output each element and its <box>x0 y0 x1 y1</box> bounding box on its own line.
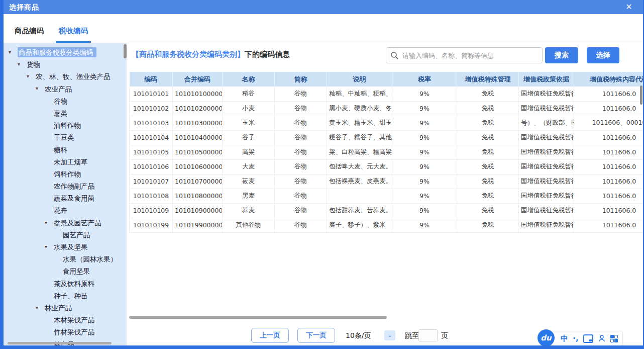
cell: 黑麦 <box>223 189 275 203</box>
selected-category-label: 【商品和服务税收分类编码类别】 <box>132 50 245 59</box>
cell: 9% <box>392 159 457 174</box>
cell: 9% <box>392 218 457 232</box>
cell: 101010101 <box>130 86 173 101</box>
table-row[interactable]: 1010101021010102000000000000小麦谷物黑小麦、硬质小麦… <box>130 101 643 116</box>
code-table-wrap: 编码合并编码名称简称说明税率增值税特殊管理增值税政策依据增值税特殊内容代码 10… <box>129 72 643 263</box>
cell: 9% <box>392 145 457 159</box>
tree-item[interactable]: ▾农业产品 <box>4 82 127 95</box>
table-vertical-scrollbar[interactable] <box>640 85 642 105</box>
collapse-arrow-icon[interactable]: ▾ <box>36 82 45 95</box>
tree-item[interactable]: 未加工烟草 <box>4 155 127 167</box>
tree-item[interactable]: 薯类 <box>4 107 127 119</box>
tree-item-label: 货物 <box>27 60 40 68</box>
cell: 9% <box>392 130 457 145</box>
cell: 101010108 <box>130 189 173 203</box>
tree-item[interactable]: 饲料作物 <box>4 167 127 180</box>
tree-item[interactable]: ▾货物 <box>4 58 127 70</box>
tree-item[interactable]: 农作物副产品 <box>4 180 127 192</box>
page-size-dropdown[interactable]: ⌄ <box>384 330 395 340</box>
collapse-arrow-icon[interactable]: ▾ <box>45 217 54 229</box>
tree-item-label: 园艺产品 <box>63 231 90 239</box>
table-row[interactable]: 1010101081010108000000000000黑麦谷物9%免税国增值税… <box>130 189 643 203</box>
tree-item[interactable]: 种子、种苗 <box>4 289 127 301</box>
tree-item[interactable]: 油料作物 <box>4 119 127 131</box>
keyboard-icon[interactable] <box>583 334 593 343</box>
tab-tax-code[interactable]: 税收编码 <box>56 23 91 43</box>
cell: 1011606.0 <box>574 130 643 145</box>
table-row[interactable]: 1010101991010199000000000000其他谷物谷物糜子、穇子）… <box>130 218 643 232</box>
cell: 1010199000000000000 <box>173 218 223 232</box>
table-horizontal-scrollbar[interactable] <box>129 316 387 319</box>
collapse-arrow-icon[interactable]: ▾ <box>27 70 36 82</box>
column-header: 税率 <box>392 72 457 86</box>
tree-item[interactable]: 木材采伐产品 <box>4 313 127 325</box>
tree-item[interactable]: ▾农、林、牧、渔业类产品 <box>4 70 127 82</box>
table-row[interactable]: 1010101031010103000000000000玉米谷物黄玉米、糯玉米、… <box>130 116 643 130</box>
cell: 1011606.0 <box>574 189 643 203</box>
prev-page-button[interactable]: 上一页 <box>251 328 289 343</box>
tree-item[interactable]: 竹材采伐产品 <box>4 325 127 337</box>
select-button[interactable]: 选择 <box>587 47 619 63</box>
column-header: 简称 <box>275 72 327 86</box>
tree-item[interactable]: 花卉 <box>4 204 127 216</box>
cell: 9% <box>392 86 457 101</box>
cell: 1010106000000000000 <box>173 159 223 174</box>
tree-item[interactable]: 园艺产品 <box>4 228 127 240</box>
jump-page-input[interactable] <box>418 329 438 341</box>
tree-item[interactable]: 茶及饮料原料 <box>4 277 127 289</box>
tab-commodity-code[interactable]: 商品编码 <box>12 23 47 43</box>
collapse-arrow-icon[interactable]: ▾ <box>45 241 54 253</box>
cell: 101010105 <box>130 145 173 159</box>
cell: 大麦 <box>223 159 275 174</box>
table-row[interactable]: 1010101091010109000000000000荞麦谷物包括甜荞麦、苦荞… <box>130 203 643 218</box>
cell: 糜子、穇子）、紫米 <box>327 218 392 232</box>
next-page-button[interactable]: 下一页 <box>297 328 335 343</box>
column-header: 增值税政策依据 <box>519 72 574 86</box>
cell: 国增值税征免税暂行 <box>519 218 574 232</box>
tree-item[interactable]: ▾林业产品 <box>4 301 127 313</box>
table-row[interactable]: 1010101051010105000000000000高粱谷物粱、白粒高粱、糯… <box>130 145 643 159</box>
collapse-arrow-icon[interactable]: ▾ <box>18 58 27 70</box>
cell: 免税 <box>457 101 519 116</box>
baidu-ime-logo[interactable]: du <box>538 329 555 345</box>
tree-vertical-scrollbar[interactable] <box>124 44 127 58</box>
tree-item-label: 竹材采伐产品 <box>54 328 94 336</box>
cell: 1010108000000000000 <box>173 189 223 203</box>
tree-item[interactable]: 食用坚果 <box>4 265 127 277</box>
tree-item[interactable]: 干豆类 <box>4 131 127 143</box>
cell: 免税 <box>457 174 519 189</box>
table-header-row: 编码合并编码名称简称说明税率增值税特殊管理增值税政策依据增值税特殊内容代码 <box>130 72 643 86</box>
close-icon[interactable]: ✕ <box>624 2 634 12</box>
section-title: 【商品和服务税收分类编码类别】下的编码信息 <box>132 50 290 59</box>
grid-menu-icon[interactable] <box>610 335 618 342</box>
jump-to-label: 跳至 <box>405 328 419 343</box>
cell: 莜麦 <box>223 174 275 189</box>
cell: 1010107000000000000 <box>173 174 223 189</box>
punctuation-icon[interactable]: ·, <box>573 331 578 345</box>
tree-item[interactable]: ▾水果及坚果 <box>4 240 127 252</box>
table-row[interactable]: 1010101011010101000000000000稻谷谷物籼稻、中籼稻、粳… <box>130 86 643 101</box>
tree-item[interactable]: 谷物 <box>4 95 127 107</box>
user-icon[interactable] <box>598 334 606 342</box>
cell: 国增值税征免税暂行 <box>519 145 574 159</box>
title-bar: 选择商品 ✕ <box>0 0 644 14</box>
cell: 1011606.0 <box>574 145 643 159</box>
tree-item-label: 油料作物 <box>54 121 81 129</box>
table-row[interactable]: 1010101041010104000000000000谷子谷物粳谷子、糯谷子、… <box>130 130 643 145</box>
tree-item[interactable]: ▾盆景及园艺产品 <box>4 216 127 228</box>
tree-item[interactable]: 水果（园林水果） <box>4 252 127 265</box>
cell: 谷物 <box>275 101 327 116</box>
tree-item[interactable]: ▾商品和服务税收分类编码 <box>4 46 127 58</box>
tree: ▾商品和服务税收分类编码▾货物▾农、林、牧、渔业类产品▾农业产品谷物薯类油料作物… <box>4 43 127 345</box>
search-button[interactable]: 搜索 <box>545 47 578 63</box>
tree-item[interactable]: 蔬菜及食用菌 <box>4 192 127 204</box>
chinese-mode-icon[interactable]: 中 <box>561 331 568 345</box>
search-input[interactable] <box>401 51 538 60</box>
collapse-arrow-icon[interactable]: ▾ <box>9 46 18 58</box>
cell: 1010102000000000000 <box>173 101 223 116</box>
table-row[interactable]: 1010101061010106000000000000大麦谷物包括啤大麦、元大… <box>130 159 643 174</box>
tree-horizontal-scrollbar[interactable] <box>8 342 112 344</box>
tree-item[interactable]: 糖料 <box>4 143 127 155</box>
table-row[interactable]: 1010101071010107000000000000莜麦谷物包括裸燕麦、皮燕… <box>130 174 643 189</box>
collapse-arrow-icon[interactable]: ▾ <box>36 302 45 314</box>
